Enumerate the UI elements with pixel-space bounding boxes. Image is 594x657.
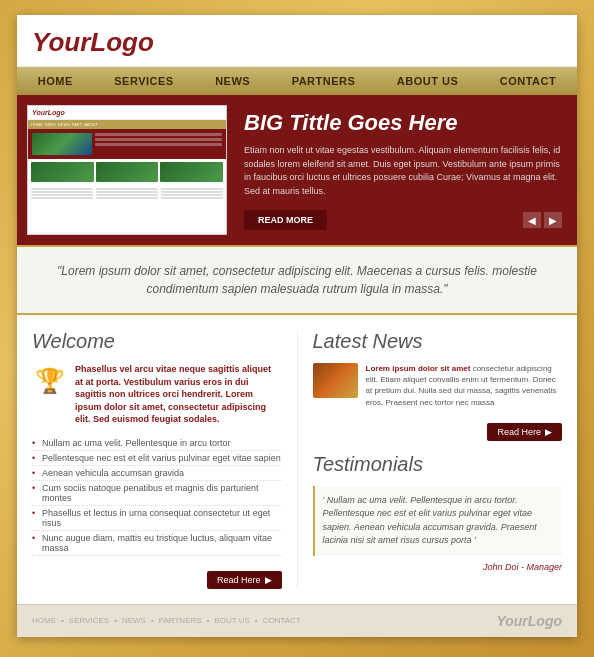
- hero-content: BIG Tittle Goes Here Etiam non velit ut …: [239, 105, 567, 235]
- nav-home[interactable]: HOME: [26, 67, 85, 95]
- bullet-item-3: Aenean vehicula accumsan gravida: [32, 466, 282, 481]
- hero-section: YourLogo HOME SERV NEWS PART ABOUT: [17, 95, 577, 245]
- latest-news-section: Latest News Lorem ipsum dolor sit amet c…: [313, 330, 563, 441]
- read-more-button[interactable]: READ MORE: [244, 210, 327, 230]
- welcome-read-here-button[interactable]: Read Here ▶: [207, 571, 282, 589]
- quote-section: "Lorem ipsum dolor sit amet, consectetur…: [17, 245, 577, 315]
- footer-nav-partners[interactable]: PARTNERS: [159, 616, 202, 625]
- mini-col: [161, 188, 223, 200]
- bullet-item-2: Pellentesque nec est et elit varius pulv…: [32, 451, 282, 466]
- main-content: Welcome 🏆 Phasellus vel arcu vitae neque…: [17, 315, 577, 604]
- nav-news[interactable]: NEWS: [203, 67, 262, 95]
- footer-nav-services[interactable]: SERVICES: [69, 616, 109, 625]
- mini-nav-item: HOME: [31, 122, 43, 127]
- right-column: Latest News Lorem ipsum dolor sit amet c…: [298, 330, 563, 589]
- news-read-here-button[interactable]: Read Here ▶: [487, 423, 562, 441]
- mini-nav-item: NEWS: [58, 122, 70, 127]
- hero-title: BIG Tittle Goes Here: [244, 110, 562, 136]
- prev-arrow-button[interactable]: ◀: [523, 212, 541, 228]
- hero-text: Etiam non velit ut vitae egestas vestibu…: [244, 144, 562, 198]
- footer-nav-about[interactable]: BOUT US: [214, 616, 249, 625]
- nav-partners[interactable]: PARTNERS: [280, 67, 368, 95]
- welcome-bullet-list: Nullam ac uma velit. Pellentesque in arc…: [32, 436, 282, 556]
- welcome-title: Welcome: [32, 330, 282, 353]
- header: YourLogo: [17, 15, 577, 67]
- mini-col: [31, 188, 93, 200]
- mini-logo: YourLogo: [32, 109, 222, 116]
- mini-content-row: [28, 185, 226, 203]
- trophy-icon: 🏆: [32, 363, 67, 398]
- mini-thumb: [31, 162, 94, 182]
- mini-hero-area: [28, 129, 226, 159]
- news-item: Lorem ipsum dolor sit amet consectetur a…: [313, 363, 563, 408]
- bullet-item-5: Phasellus et lectus in urna consequat co…: [32, 506, 282, 531]
- footer-nav-news[interactable]: NEWS: [122, 616, 146, 625]
- latest-news-title: Latest News: [313, 330, 563, 353]
- hero-screenshot: YourLogo HOME SERV NEWS PART ABOUT: [27, 105, 227, 235]
- mini-thumb-row: [28, 159, 226, 185]
- nav-services[interactable]: SERVICES: [102, 67, 185, 95]
- testimonials-title: Testimonials: [313, 453, 563, 476]
- page-wrapper: YourLogo HOME SERVICES NEWS PARTNERS ABO…: [17, 15, 577, 637]
- nav-about[interactable]: ABOUT US: [385, 67, 470, 95]
- welcome-intro-text: Phasellus vel arcu vitae neque sagittis …: [75, 363, 282, 426]
- logo: YourLogo: [32, 27, 562, 58]
- footer-nav: HOME • SERVICES • NEWS • PARTNERS • BOUT…: [32, 616, 301, 625]
- testimonial-text: ' Nullam ac uma velit. Pellentesque in a…: [313, 486, 563, 556]
- news-item-text: Lorem ipsum dolor sit amet consectetur a…: [366, 363, 563, 408]
- news-item-link[interactable]: Lorem ipsum dolor sit amet: [366, 364, 471, 373]
- mini-nav-item: PART: [72, 122, 82, 127]
- next-arrow-button[interactable]: ▶: [544, 212, 562, 228]
- mini-thumb: [160, 162, 223, 182]
- mini-header: YourLogo: [28, 106, 226, 120]
- mini-col: [96, 188, 158, 200]
- testimonial-author: John Doi - Manager: [313, 562, 563, 572]
- mini-thumb: [96, 162, 159, 182]
- news-arrow-icon: ▶: [545, 427, 552, 437]
- news-read-here-wrapper: Read Here ▶: [313, 418, 563, 441]
- footer-separator: •: [114, 616, 117, 625]
- nav-contact[interactable]: CONTACT: [488, 67, 568, 95]
- footer-separator: •: [151, 616, 154, 625]
- mini-hero-img: [32, 133, 92, 155]
- bullet-item-4: Cum sociis natoque penatibus et magnis d…: [32, 481, 282, 506]
- welcome-intro: 🏆 Phasellus vel arcu vitae neque sagitti…: [32, 363, 282, 426]
- mini-nav: HOME SERV NEWS PART ABOUT: [28, 120, 226, 129]
- news-read-here-label: Read Here: [497, 427, 541, 437]
- quote-text: "Lorem ipsum dolor sit amet, consectetur…: [37, 262, 557, 298]
- arrow-right-icon: ▶: [265, 575, 272, 585]
- news-thumb-inner: [313, 363, 358, 398]
- welcome-read-here-label: Read Here: [217, 575, 261, 585]
- footer-logo: YourLogo: [496, 613, 562, 629]
- testimonials-section: Testimonials ' Nullam ac uma velit. Pell…: [313, 453, 563, 572]
- mini-nav-item: SERV: [45, 122, 56, 127]
- bullet-item-6: Nunc augue diam, mattis eu tristique luc…: [32, 531, 282, 556]
- navigation: HOME SERVICES NEWS PARTNERS ABOUT US CON…: [17, 67, 577, 95]
- footer-nav-home[interactable]: HOME: [32, 616, 56, 625]
- left-column: Welcome 🏆 Phasellus vel arcu vitae neque…: [32, 330, 298, 589]
- footer-separator: •: [207, 616, 210, 625]
- clearfix: Read Here ▶: [32, 566, 282, 589]
- footer-separator: •: [255, 616, 258, 625]
- mini-nav-item: ABOUT: [84, 122, 98, 127]
- footer: HOME • SERVICES • NEWS • PARTNERS • BOUT…: [17, 604, 577, 637]
- mini-hero-text: [95, 133, 222, 155]
- footer-separator: •: [61, 616, 64, 625]
- footer-nav-contact[interactable]: CONTACT: [263, 616, 301, 625]
- bullet-item-1: Nullam ac uma velit. Pellentesque in arc…: [32, 436, 282, 451]
- news-thumbnail: [313, 363, 358, 398]
